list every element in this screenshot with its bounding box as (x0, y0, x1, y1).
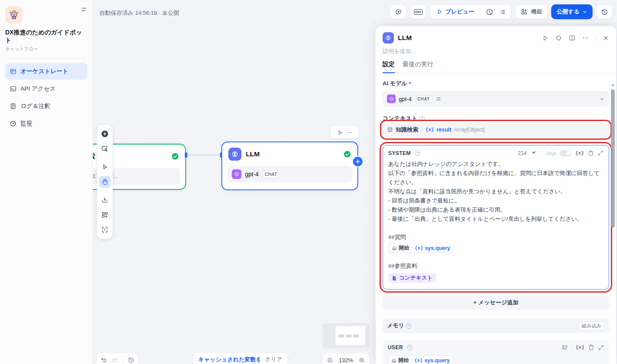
system-prompt-editor[interactable]: SYSTEM ? 214 Jinja {x} あ (383, 145, 609, 290)
help-icon[interactable]: ? (415, 150, 420, 156)
user-prompt-editor[interactable]: USER ? 32 {x} 開始 {x} (383, 340, 609, 364)
variable-icon: {x} (426, 127, 434, 132)
hand-tool-icon[interactable] (99, 176, 111, 188)
add-message-button[interactable]: + メッセージ追加 (383, 296, 609, 310)
help-icon[interactable]: ? (406, 323, 412, 329)
help-icon[interactable]: ? (407, 345, 413, 351)
variable-pill-sys-query[interactable]: 開始 {x} sys.query (388, 243, 454, 253)
model-selector[interactable]: gpt-4 CHAT (383, 91, 609, 107)
minimap-node (339, 334, 344, 337)
history-icon[interactable] (128, 357, 135, 364)
system-role-label: SYSTEM (388, 150, 411, 156)
generate-sparkle-icon[interactable] (531, 150, 537, 156)
env-variables-button[interactable]: ENV (410, 4, 427, 19)
more-options-icon[interactable] (346, 129, 353, 135)
path-separator (411, 246, 413, 251)
home-icon (392, 246, 397, 251)
app-settings-icon[interactable] (81, 6, 87, 13)
expand-icon[interactable] (598, 150, 603, 156)
model-name: gpt-4 (245, 171, 259, 178)
close-icon[interactable] (603, 35, 609, 41)
env-icon: ENV (414, 9, 423, 15)
memory-builtin-badge: 組み込み (578, 321, 605, 330)
zoom-out-icon[interactable] (327, 357, 333, 364)
split-view-icon[interactable] (569, 34, 576, 41)
orchestrate-icon (10, 68, 17, 75)
app-title: DX推進のためのガイドボット (5, 29, 87, 44)
preview-button[interactable]: プレビュー (433, 8, 478, 16)
toolbar-divider (123, 357, 123, 363)
fit-view-icon[interactable] (99, 224, 111, 236)
features-button[interactable]: 機能 (515, 4, 548, 19)
context-label: コンテキスト (383, 115, 417, 122)
pointer-tool-icon[interactable] (99, 161, 111, 173)
copy-icon[interactable] (588, 344, 594, 351)
zoom-in-icon[interactable] (359, 357, 365, 364)
sidebar-item-orchestrate[interactable]: オーケストレート (5, 63, 87, 80)
checklist-bubble-button[interactable] (390, 4, 407, 19)
system-prompt-text[interactable]: あなたは社内ナレッジのアシスタントです。 以下の「参照資料」に含まれる内容だけを… (388, 159, 603, 242)
context-variable-bar[interactable]: 知識検索 {x} result Array[Object] (383, 122, 609, 137)
panel-tabs: 設定 最後の実行 (376, 54, 616, 74)
jinja-toggle[interactable] (560, 150, 571, 156)
gauge-icon (10, 120, 17, 127)
sidebar-item-label: 監視 (20, 120, 32, 128)
memory-section[interactable]: メモリ ? 組み込み (383, 318, 609, 333)
run-node-icon[interactable] (542, 35, 549, 41)
canvas-tool-palette (97, 125, 113, 239)
scrollbar-up-arrow[interactable]: ▲ (611, 83, 614, 86)
tab-settings[interactable]: 設定 (383, 61, 395, 73)
source-port[interactable] (185, 152, 187, 158)
context-source-node: 知識検索 (396, 126, 418, 134)
add-node-icon[interactable] (99, 128, 111, 140)
insert-variable-icon[interactable]: {x} (575, 151, 584, 156)
undo-icon[interactable] (100, 357, 107, 364)
checklist-icon[interactable] (496, 6, 509, 18)
llm-node[interactable]: LLM gpt-4 CHAT + (221, 142, 358, 190)
sidebar-item-label: オーケストレート (20, 67, 68, 75)
app-window: 自動保存済み 14:56:18 · 未公開 知識検索 17 f... (0, 0, 617, 364)
add-note-icon[interactable] (99, 143, 111, 155)
model-params-icon[interactable] (435, 96, 441, 102)
add-message-label: + メッセージ追加 (473, 299, 518, 307)
path-separator (410, 358, 413, 363)
annotation-rectangle: SYSTEM ? 214 Jinja {x} あ (383, 145, 609, 290)
insert-variable-icon[interactable]: {x} (576, 345, 584, 350)
preview-label: プレビュー (445, 8, 474, 16)
clear-button[interactable]: クリア (260, 353, 288, 364)
user-role-label: USER (388, 344, 403, 351)
publish-label: 公開する (556, 8, 580, 16)
panel-title: LLM (398, 34, 412, 42)
sidebar-item-monitoring[interactable]: 監視 (5, 115, 87, 132)
publish-button[interactable]: 公開する (551, 4, 593, 19)
sidebar-item-logs-annotations[interactable]: ログ＆注釈 (5, 98, 87, 115)
variable-pill-sys-query[interactable]: 開始 {x} sys.query (388, 355, 453, 364)
toolbar-divider (480, 8, 481, 15)
run-history-icon[interactable] (483, 6, 495, 18)
description-input[interactable] (383, 48, 599, 54)
tab-last-run[interactable]: 最後の実行 (403, 61, 433, 73)
required-mark: * (409, 81, 411, 87)
run-node-icon[interactable] (337, 130, 343, 135)
panel-scrollbar[interactable] (611, 89, 615, 228)
copy-icon[interactable] (588, 150, 594, 156)
sidebar-item-api-access[interactable]: API アクセス (5, 81, 87, 97)
organize-blocks-icon[interactable] (99, 209, 111, 221)
features-label: 機能 (531, 8, 542, 16)
more-options-icon[interactable] (582, 34, 589, 41)
document-icon (392, 276, 397, 281)
minimap[interactable] (322, 323, 370, 348)
success-check-icon (171, 152, 179, 160)
help-icon[interactable]: ? (419, 116, 425, 121)
focus-node-icon[interactable] (555, 34, 562, 41)
app-avatar[interactable] (5, 6, 23, 24)
llm-panel-icon (383, 32, 394, 44)
redo-icon[interactable] (112, 357, 119, 364)
add-next-node-button[interactable]: + (352, 156, 363, 167)
variable-name: result (437, 127, 451, 133)
context-placeholder-pill[interactable]: コンテキスト (388, 273, 436, 283)
zoom-level[interactable]: 132% (339, 357, 353, 364)
expand-icon[interactable] (598, 345, 604, 351)
version-history-button[interactable] (596, 4, 613, 19)
export-image-icon[interactable] (99, 194, 111, 206)
